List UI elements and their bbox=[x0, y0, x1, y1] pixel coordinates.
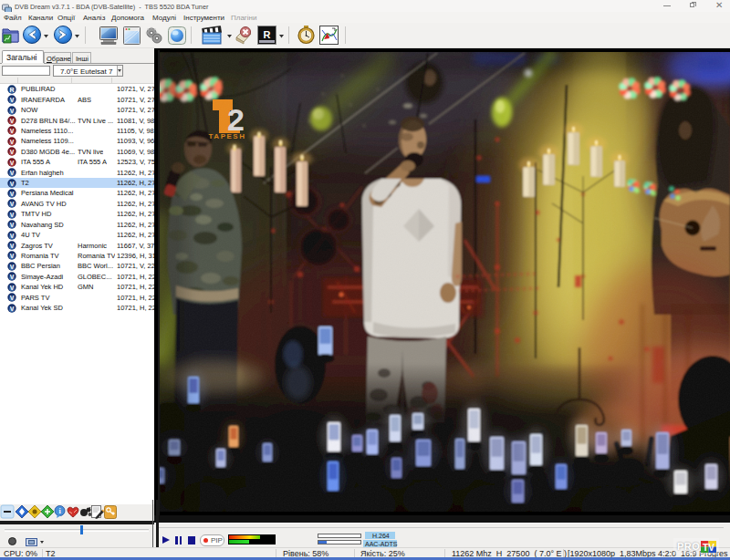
svg-text:V: V bbox=[10, 159, 15, 165]
svg-text:V: V bbox=[10, 263, 15, 269]
svg-text:TV: TV bbox=[703, 543, 714, 553]
svg-text:V: V bbox=[10, 149, 15, 155]
svg-text:V: V bbox=[10, 201, 15, 207]
svg-text:V: V bbox=[10, 274, 15, 280]
svg-text:V: V bbox=[10, 107, 15, 113]
svg-text:V: V bbox=[10, 284, 15, 290]
svg-text:V: V bbox=[10, 232, 15, 238]
svg-text:V: V bbox=[10, 128, 15, 134]
svg-text:V: V bbox=[10, 97, 15, 103]
svg-text:V: V bbox=[10, 253, 15, 259]
svg-text:V: V bbox=[10, 180, 15, 186]
svg-text:V: V bbox=[10, 222, 15, 228]
svg-text:V: V bbox=[10, 211, 15, 217]
svg-text:V: V bbox=[10, 243, 15, 249]
svg-text:V: V bbox=[10, 138, 15, 144]
svg-text:V: V bbox=[10, 295, 15, 301]
svg-text:R: R bbox=[9, 86, 14, 92]
svg-text:V: V bbox=[10, 118, 15, 124]
svg-text:R: R bbox=[264, 29, 271, 40]
svg-text:V: V bbox=[10, 191, 15, 197]
svg-text:V: V bbox=[10, 170, 15, 176]
svg-text:V: V bbox=[10, 305, 15, 311]
